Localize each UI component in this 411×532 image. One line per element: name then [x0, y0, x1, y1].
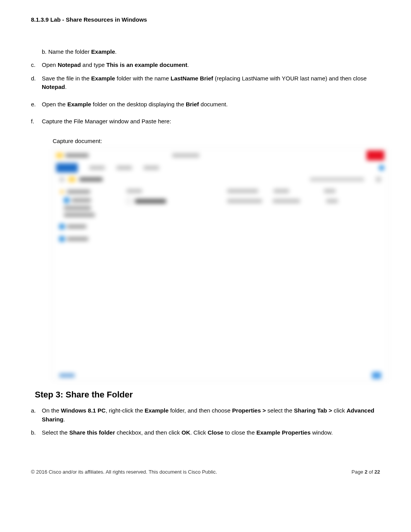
sidebar-item — [59, 236, 113, 242]
text: , right-click the — [106, 407, 145, 414]
file-type — [273, 199, 300, 203]
address-text — [79, 177, 103, 181]
file-size — [326, 199, 338, 203]
step-d: d. Save the file in the Example folder w… — [31, 74, 380, 92]
ribbon-tab — [89, 166, 105, 170]
col-type — [274, 189, 289, 193]
step-e-marker: e. — [31, 100, 42, 109]
bold: Sharing Tab > — [294, 407, 332, 414]
search-placeholder — [310, 177, 364, 181]
step-c: c. Open Notepad and type This is an exam… — [31, 61, 380, 70]
screenshot-title-text — [65, 153, 89, 157]
instruction-list: b. Name the folder Example. c. Open Note… — [31, 48, 380, 381]
ribbon-tab — [116, 166, 132, 170]
step-d-marker: d. — [31, 74, 42, 92]
step-f-text: Capture the File Manager window and Past… — [42, 117, 380, 126]
text: . — [63, 416, 65, 423]
file-name — [135, 199, 166, 203]
step-3a-marker: a. — [31, 406, 42, 424]
file-manager-screenshot — [53, 148, 388, 380]
text: to close the — [223, 429, 256, 436]
close-icon — [366, 150, 384, 160]
step-f: f. Capture the File Manager window and P… — [31, 117, 380, 126]
bold: This is an example document — [106, 61, 187, 68]
page-footer: © 2016 Cisco and/or its affiliates. All … — [31, 468, 380, 476]
text: folder with the name — [115, 75, 170, 82]
bold: LastName Brief — [171, 75, 213, 82]
ribbon-tab — [144, 166, 159, 170]
text: Select the — [42, 429, 69, 436]
bold: Example — [145, 407, 169, 414]
screenshot-center-title — [172, 153, 199, 157]
text: checkbox, and then click — [115, 429, 182, 436]
text: document. — [199, 101, 228, 107]
bold: Example — [91, 75, 115, 82]
text: folder on the desktop displaying the — [91, 101, 186, 107]
file-tab — [56, 163, 78, 172]
text: . — [187, 61, 189, 68]
status-text — [59, 373, 75, 377]
sidebar-item — [64, 213, 113, 217]
desktop-icon — [64, 198, 69, 203]
bold: Close — [208, 429, 224, 436]
screenshot-statusbar — [53, 371, 387, 380]
bold: Notepad — [42, 84, 65, 90]
file-row — [127, 198, 380, 204]
screenshot-main — [119, 185, 387, 368]
column-headers — [127, 189, 380, 193]
folder-icon — [68, 177, 75, 182]
col-date — [227, 189, 258, 193]
sidebar-label — [67, 225, 86, 228]
pc-icon — [59, 224, 65, 229]
text: . Click — [190, 429, 208, 436]
search-icon — [376, 177, 381, 182]
step-e-text: Open the Example folder on the desktop d… — [42, 100, 380, 109]
step-3b-text: Select the Share this folder checkbox, a… — [42, 428, 380, 437]
step-f-marker: f. — [31, 117, 42, 126]
sidebar-label — [64, 213, 95, 217]
bold: Example — [67, 101, 91, 107]
text: On the — [42, 407, 61, 414]
page-number: Page 2 of 22 — [351, 468, 380, 476]
text: Save the file in the — [42, 75, 91, 82]
sidebar-item — [59, 224, 113, 229]
step-e: e. Open the Example folder on the deskto… — [31, 100, 380, 109]
screenshot-address-bar — [53, 174, 387, 185]
folder-icon — [56, 153, 63, 158]
bold: Properties > — [232, 407, 266, 414]
text: window. — [311, 429, 333, 436]
sidebar-item — [64, 206, 113, 210]
document-title: 8.1.3.9 Lab - Share Resources in Windows — [31, 15, 380, 24]
sidebar-label — [72, 198, 91, 202]
sidebar-label — [67, 237, 88, 241]
step-b-text: b. Name the folder Example. — [42, 48, 380, 56]
screenshot-sidebar — [53, 185, 119, 368]
text: Page — [351, 469, 365, 475]
bold: Example Properties — [256, 429, 310, 436]
text: . — [65, 84, 67, 90]
step-3b: b. Select the Share this folder checkbox… — [31, 428, 380, 437]
screenshot-ribbon — [53, 162, 387, 174]
screenshot-body — [53, 185, 387, 368]
text: Open the — [42, 101, 67, 107]
text: select the — [266, 407, 294, 414]
step-b: b. Name the folder Example. — [42, 48, 380, 56]
copyright: © 2016 Cisco and/or its affiliates. All … — [31, 468, 217, 476]
step-3a-text: On the Windows 8.1 PC, right-click the E… — [42, 406, 380, 424]
col-name — [127, 189, 142, 193]
step-b-marker: b. — [42, 48, 47, 55]
sidebar-item — [64, 198, 113, 203]
step-3-list: a. On the Windows 8.1 PC, right-click th… — [31, 406, 380, 437]
star-icon — [59, 189, 65, 194]
step-3a: a. On the Windows 8.1 PC, right-click th… — [31, 406, 380, 424]
document-icon — [127, 198, 132, 204]
network-icon — [59, 236, 65, 242]
text: (replacing LastName with YOUR last name)… — [213, 75, 367, 82]
sidebar-label — [67, 190, 90, 194]
step-3-heading: Step 3: Share the Folder — [35, 388, 380, 401]
bold: Windows 8.1 PC — [61, 407, 106, 414]
step-c-marker: c. — [31, 61, 42, 70]
col-size — [324, 189, 336, 193]
text: folder, and then choose — [169, 407, 232, 414]
capture-label: Capture document: — [53, 137, 380, 146]
